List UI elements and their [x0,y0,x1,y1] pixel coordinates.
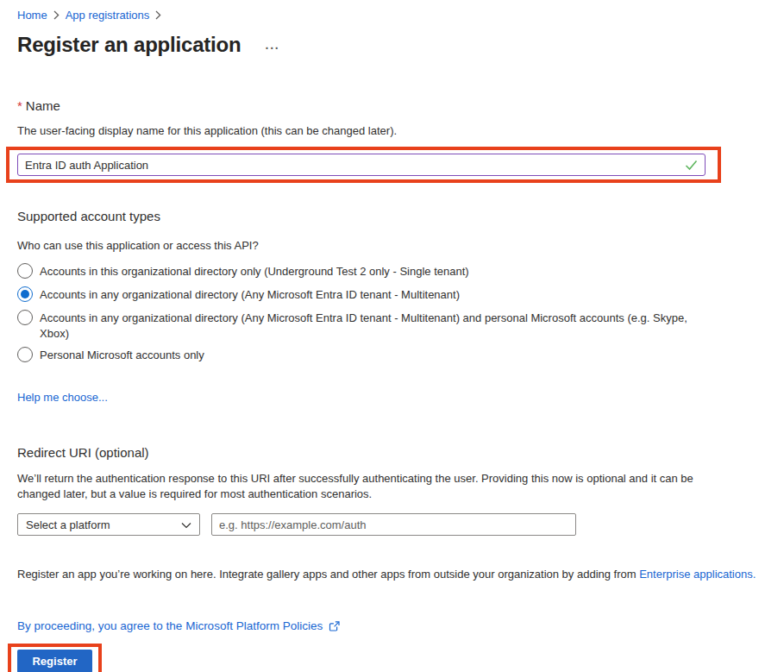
account-type-option-personal-only[interactable]: Personal Microsoft accounts only [17,347,767,363]
name-label-text: Name [26,98,60,113]
radio-icon[interactable] [17,310,33,325]
account-type-option-multitenant[interactable]: Accounts in any organizational directory… [17,286,767,303]
register-application-page: Home App registrations Register an appli… [0,0,784,672]
radio-icon[interactable] [17,263,33,279]
help-me-choose-link[interactable]: Help me choose... [17,391,108,404]
redirect-uri-description: We’ll return the authentication response… [17,471,720,502]
breadcrumb-home-link[interactable]: Home [17,9,47,22]
radio-label: Accounts in any organizational directory… [33,310,688,342]
platform-policies-link[interactable]: By proceeding, you agree to the Microsof… [17,619,323,632]
name-field-description: The user-facing display name for this ap… [17,124,767,137]
enterprise-note-text: Register an app you’re working on here. … [17,568,639,581]
checkmark-icon [685,159,698,174]
name-field-label: *Name [17,98,767,113]
register-button[interactable]: Register [17,650,92,672]
title-row: Register an application ··· [17,33,767,57]
more-options-icon[interactable]: ··· [265,35,279,54]
external-link-icon [328,620,341,632]
breadcrumb-app-registrations-link[interactable]: App registrations [66,9,150,22]
platform-select-dropdown[interactable]: Select a platform [17,513,200,536]
chevron-right-icon [53,10,60,20]
radio-label: Accounts in this organizational director… [33,263,469,279]
name-input-annotation-box [6,147,721,183]
redirect-uri-heading: Redirect URI (optional) [17,445,767,460]
policy-row: By proceeding, you agree to the Microsof… [17,619,767,632]
radio-icon[interactable] [17,286,33,302]
redirect-uri-controls: Select a platform [17,513,767,536]
enterprise-note: Register an app you’re working on here. … [17,567,767,582]
register-button-annotation-box: Register [8,644,102,672]
app-name-input[interactable] [17,154,706,176]
enterprise-note-period: . [753,568,756,581]
enterprise-applications-link[interactable]: Enterprise applications [639,568,753,581]
radio-label: Personal Microsoft accounts only [33,347,204,363]
account-type-option-single-tenant[interactable]: Accounts in this organizational director… [17,263,767,279]
required-marker: * [17,98,22,113]
account-types-question: Who can use this application or access t… [17,239,767,252]
page-title: Register an application [17,33,241,57]
radio-icon[interactable] [17,347,33,362]
name-input-wrap [17,154,706,176]
supported-account-types-heading: Supported account types [17,209,767,223]
redirect-uri-input[interactable] [211,513,576,536]
account-types-radio-group: Accounts in this organizational director… [17,263,767,363]
breadcrumb: Home App registrations [17,9,767,22]
account-type-option-multitenant-personal[interactable]: Accounts in any organizational directory… [17,310,767,342]
chevron-down-icon [181,518,191,531]
radio-label: Accounts in any organizational directory… [33,286,460,303]
platform-select-value: Select a platform [26,518,110,531]
chevron-right-icon [155,10,161,20]
